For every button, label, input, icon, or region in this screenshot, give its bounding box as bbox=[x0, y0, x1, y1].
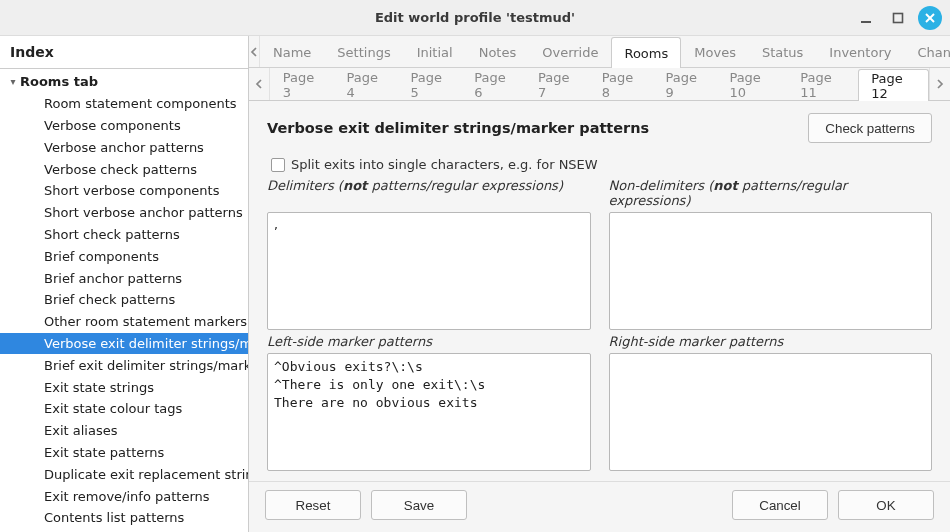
tab-page-page-8[interactable]: Page 8 bbox=[589, 68, 653, 100]
split-exits-label: Split exits into single characters, e.g.… bbox=[291, 157, 598, 172]
tab-page-page-9[interactable]: Page 9 bbox=[653, 68, 717, 100]
tree-item-label: Duplicate exit replacement string bbox=[44, 467, 248, 482]
tabbar-pages: Page 3Page 4Page 5Page 6Page 7Page 8Page… bbox=[249, 68, 950, 100]
tree-item[interactable]: Verbose components bbox=[0, 115, 248, 137]
tree-item-label: Brief exit delimiter strings/marker patt… bbox=[44, 358, 248, 373]
tab-page-page-7[interactable]: Page 7 bbox=[525, 68, 589, 100]
window-titlebar: Edit world profile 'testmud' bbox=[0, 0, 950, 36]
split-exits-row[interactable]: Split exits into single characters, e.g.… bbox=[271, 157, 932, 172]
tree-item-label: Room statement components bbox=[44, 96, 237, 111]
tree-item-label: Exit state strings bbox=[44, 380, 154, 395]
tree-item[interactable]: Exit aliases bbox=[0, 420, 248, 442]
dialog-footer: Reset Save Cancel OK bbox=[249, 481, 950, 532]
tree-item[interactable]: Exit state colour tags bbox=[0, 398, 248, 420]
tree-item[interactable]: Room statement components bbox=[0, 93, 248, 115]
tree-item[interactable]: Short verbose components bbox=[0, 180, 248, 202]
tree-item-label: Verbose components bbox=[44, 118, 181, 133]
right-marker-label: Right-side marker patterns bbox=[609, 334, 933, 349]
tree-item-label: Verbose exit delimiter strings/marker pa… bbox=[44, 336, 248, 351]
window-maximize-button[interactable] bbox=[886, 6, 910, 30]
tabbar-scroll-left[interactable] bbox=[249, 36, 260, 67]
non-delimiters-label: Non-delimiters (not patterns/regular exp… bbox=[609, 178, 933, 208]
tabbar-scroll-left[interactable] bbox=[249, 68, 270, 100]
tab-page-page-5[interactable]: Page 5 bbox=[397, 68, 461, 100]
tree-item[interactable]: Brief exit delimiter strings/marker patt… bbox=[0, 354, 248, 376]
tab-page-page-11[interactable]: Page 11 bbox=[787, 68, 858, 100]
tree-group-label: Rooms tab bbox=[20, 74, 98, 89]
reset-button[interactable]: Reset bbox=[265, 490, 361, 520]
window-close-button[interactable] bbox=[918, 6, 942, 30]
tabbar-categories: NameSettingsInitialNotesOverrideRoomsMov… bbox=[249, 36, 950, 68]
tab-page-page-10[interactable]: Page 10 bbox=[716, 68, 787, 100]
ok-button[interactable]: OK bbox=[838, 490, 934, 520]
tab-category-override[interactable]: Override bbox=[529, 36, 611, 67]
sidebar-tree: ▾Rooms tabRoom statement componentsVerbo… bbox=[0, 69, 248, 532]
main-panel: NameSettingsInitialNotesOverrideRoomsMov… bbox=[249, 36, 950, 532]
tab-category-moves[interactable]: Moves bbox=[681, 36, 749, 67]
tree-item-label: Exit aliases bbox=[44, 423, 117, 438]
tree-group-rooms-tab[interactable]: ▾Rooms tab bbox=[0, 71, 248, 93]
tree-item-label: Brief anchor patterns bbox=[44, 271, 182, 286]
tab-page-page-3[interactable]: Page 3 bbox=[270, 68, 334, 100]
tab-category-rooms[interactable]: Rooms bbox=[611, 37, 681, 68]
tab-category-name[interactable]: Name bbox=[260, 36, 324, 67]
tab-category-initial[interactable]: Initial bbox=[404, 36, 466, 67]
tabbar-scroll-right[interactable] bbox=[929, 68, 950, 100]
tab-category-settings[interactable]: Settings bbox=[324, 36, 403, 67]
tree-item[interactable]: Verbose check patterns bbox=[0, 158, 248, 180]
tree-item[interactable]: Exit state strings bbox=[0, 376, 248, 398]
tab-category-inventory[interactable]: Inventory bbox=[816, 36, 904, 67]
tree-item-label: Exit state colour tags bbox=[44, 401, 182, 416]
tab-category-status[interactable]: Status bbox=[749, 36, 816, 67]
tree-item-label: Short verbose components bbox=[44, 183, 219, 198]
tree-item-label: Exit state patterns bbox=[44, 445, 164, 460]
tree-item[interactable]: Brief check patterns bbox=[0, 289, 248, 311]
tab-category-notes[interactable]: Notes bbox=[466, 36, 530, 67]
right-marker-textarea[interactable] bbox=[609, 353, 933, 471]
tab-page-page-12[interactable]: Page 12 bbox=[858, 69, 929, 101]
tree-item[interactable]: Exit state patterns bbox=[0, 442, 248, 464]
tree-item[interactable]: Duplicate exit replacement string bbox=[0, 463, 248, 485]
split-exits-checkbox[interactable] bbox=[271, 158, 285, 172]
tree-item[interactable]: Contents list patterns bbox=[0, 507, 248, 529]
section-title: Verbose exit delimiter strings/marker pa… bbox=[267, 120, 649, 136]
tree-item[interactable]: Brief anchor patterns bbox=[0, 267, 248, 289]
tree-item-label: Short check patterns bbox=[44, 227, 180, 242]
tree-item-label: Verbose anchor patterns bbox=[44, 140, 204, 155]
sidebar: Index ▾Rooms tabRoom statement component… bbox=[0, 36, 249, 532]
non-delimiters-textarea[interactable] bbox=[609, 212, 933, 330]
cancel-button[interactable]: Cancel bbox=[732, 490, 828, 520]
chevron-down-icon: ▾ bbox=[6, 76, 20, 87]
tree-item[interactable]: Exit remove/info patterns bbox=[0, 485, 248, 507]
tree-item[interactable]: Short check patterns bbox=[0, 224, 248, 246]
tree-item[interactable]: Brief components bbox=[0, 245, 248, 267]
save-button[interactable]: Save bbox=[371, 490, 467, 520]
left-marker-label: Left-side marker patterns bbox=[267, 334, 591, 349]
tab-category-channels[interactable]: Channels bbox=[904, 36, 950, 67]
tree-item-label: Short verbose anchor patterns bbox=[44, 205, 243, 220]
tree-item-label: Verbose check patterns bbox=[44, 162, 197, 177]
tree-item-label: Brief components bbox=[44, 249, 159, 264]
sidebar-title: Index bbox=[0, 36, 248, 68]
left-marker-textarea[interactable]: ^Obvious exits?\:\s ^There is only one e… bbox=[267, 353, 591, 471]
svg-rect-1 bbox=[894, 14, 903, 23]
tree-item[interactable]: Verbose exit delimiter strings/marker pa… bbox=[0, 333, 248, 355]
tree-item[interactable]: Other room statement markers bbox=[0, 311, 248, 333]
tree-item-label: Contents list patterns bbox=[44, 510, 184, 525]
tree-item[interactable]: Short verbose anchor patterns bbox=[0, 202, 248, 224]
tree-item-label: Brief check patterns bbox=[44, 292, 175, 307]
window-controls bbox=[854, 6, 942, 30]
tree-item[interactable]: Verbose anchor patterns bbox=[0, 136, 248, 158]
delimiters-label: Delimiters (not patterns/regular express… bbox=[267, 178, 591, 208]
tab-page-page-4[interactable]: Page 4 bbox=[334, 68, 398, 100]
window-title: Edit world profile 'testmud' bbox=[375, 10, 575, 25]
check-patterns-button[interactable]: Check patterns bbox=[808, 113, 932, 143]
tab-page-page-6[interactable]: Page 6 bbox=[461, 68, 525, 100]
tree-item-label: Exit remove/info patterns bbox=[44, 489, 210, 504]
tree-item-label: Other room statement markers bbox=[44, 314, 247, 329]
window-minimize-button[interactable] bbox=[854, 6, 878, 30]
delimiters-textarea[interactable]: , bbox=[267, 212, 591, 330]
